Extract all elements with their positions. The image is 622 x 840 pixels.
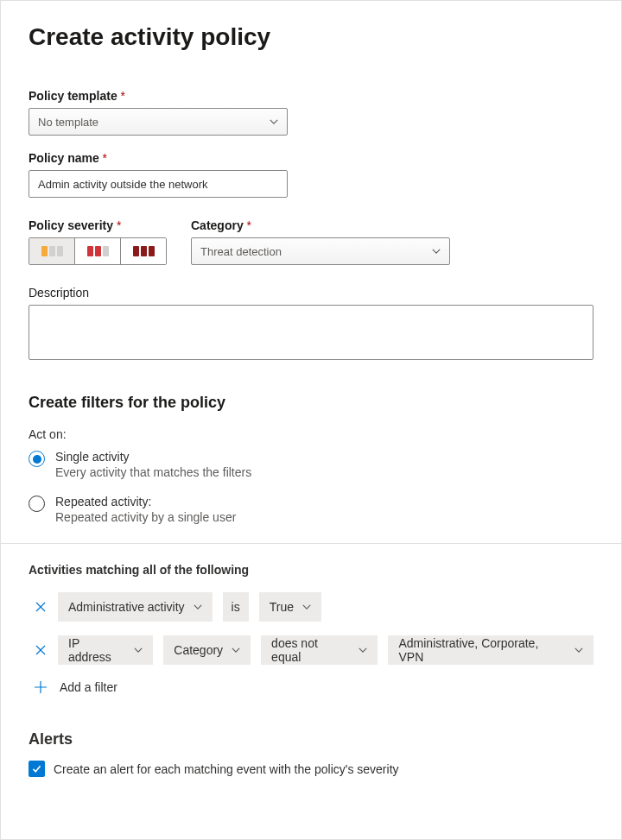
filter-row: Administrative activity is True <box>29 592 593 622</box>
radio-repeated-activity[interactable]: Repeated activity: Repeated activity by … <box>29 495 593 524</box>
remove-filter-button[interactable] <box>34 600 48 614</box>
chevron-down-icon <box>232 643 240 657</box>
create-alert-label: Create an alert for each matching event … <box>54 762 399 776</box>
radio-sub: Every activity that matches the filters <box>55 465 251 479</box>
severity-low-button[interactable] <box>29 238 74 264</box>
chevron-down-icon <box>432 247 441 256</box>
severity-medium-button[interactable] <box>74 238 120 264</box>
radio-title: Repeated activity: <box>55 495 236 508</box>
category-label: Category * <box>191 218 450 232</box>
remove-filter-button[interactable] <box>34 643 48 657</box>
page-title: Create activity policy <box>29 23 593 51</box>
category-select[interactable]: Threat detection <box>191 237 450 265</box>
policy-template-select[interactable]: No template <box>29 108 288 136</box>
filter-field-select[interactable]: IP address <box>58 635 153 665</box>
filter-subfield-select[interactable]: Category <box>163 635 251 665</box>
chevron-down-icon <box>574 643 583 657</box>
filter-op-select[interactable]: does not equal <box>261 635 378 665</box>
filter-field-select[interactable]: Administrative activity <box>58 592 213 622</box>
create-alert-checkbox[interactable] <box>29 761 45 777</box>
alerts-heading: Alerts <box>29 730 593 748</box>
radio-single-activity[interactable]: Single activity Every activity that matc… <box>29 450 593 479</box>
description-label: Description <box>29 286 593 300</box>
policy-template-value: No template <box>38 116 98 129</box>
chevron-down-icon <box>194 600 202 614</box>
matching-heading: Activities matching all of the following <box>29 563 593 577</box>
filter-value-select[interactable]: True <box>259 592 321 622</box>
radio-sub: Repeated activity by a single user <box>55 510 236 524</box>
divider <box>1 543 621 544</box>
chevron-down-icon <box>302 600 311 614</box>
category-value: Threat detection <box>200 245 282 258</box>
filters-heading: Create filters for the policy <box>29 394 593 412</box>
policy-name-label: Policy name * <box>29 151 593 165</box>
description-input[interactable] <box>29 305 593 360</box>
severity-label: Policy severity * <box>29 218 167 232</box>
add-filter-button[interactable]: Add a filter <box>29 679 593 696</box>
plus-icon <box>32 679 49 696</box>
filter-row: IP address Category does not equal Admin… <box>29 635 593 665</box>
policy-name-value: Admin activity outside the network <box>38 178 208 191</box>
chevron-down-icon <box>270 117 278 126</box>
policy-template-label: Policy template * <box>29 89 593 103</box>
act-on-label: Act on: <box>29 427 593 441</box>
filter-op: is <box>223 592 249 622</box>
radio-title: Single activity <box>55 450 251 464</box>
severity-picker <box>29 237 167 265</box>
chevron-down-icon <box>134 643 143 657</box>
radio-icon <box>29 496 45 512</box>
radio-icon <box>29 451 45 467</box>
filter-value-select[interactable]: Administrative, Corporate, VPN <box>388 635 593 665</box>
add-filter-label: Add a filter <box>60 680 117 694</box>
chevron-down-icon <box>359 643 367 657</box>
severity-high-button[interactable] <box>120 238 166 264</box>
policy-name-input[interactable]: Admin activity outside the network <box>29 170 288 198</box>
